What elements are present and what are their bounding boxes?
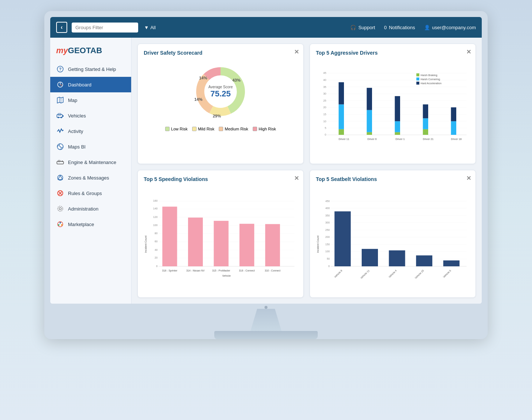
all-dropdown[interactable]: ▼ All	[144, 25, 156, 30]
vehicles-icon	[56, 112, 64, 120]
top-bar: ‹ ▼ All 🎧 Support 0 Notifications 👤 user…	[50, 17, 482, 38]
svg-rect-10	[62, 115, 64, 117]
svg-text:60: 60	[155, 240, 158, 243]
sidebar-label-activity: Activity	[68, 129, 83, 134]
speeding-close-button[interactable]: ✕	[294, 175, 299, 182]
svg-text:35: 35	[323, 85, 326, 89]
aggressive-drivers-card: Top 5 Aggressive Drivers ✕ 0 5 10 15	[310, 44, 476, 164]
groups-filter-input[interactable]	[72, 23, 138, 33]
sidebar-item-engine[interactable]: Engine & Maintenance	[50, 154, 131, 170]
svg-rect-63	[395, 121, 400, 132]
user-icon: 👤	[424, 25, 430, 30]
svg-text:150: 150	[325, 243, 330, 246]
support-label: Support	[358, 25, 375, 30]
svg-rect-60	[367, 88, 372, 110]
speeding-chart: Incident Count 0 20 40 60 80 100 120	[144, 187, 297, 291]
sidebar-label-rules: Rules & Groups	[68, 191, 102, 196]
back-button[interactable]: ‹	[56, 22, 67, 33]
driver18-bars: Driver 18	[451, 107, 461, 141]
sidebar-item-activity[interactable]: Activity	[50, 123, 131, 139]
sidebar-item-marketplace[interactable]: Marketplace	[50, 216, 131, 232]
svg-text:400: 400	[325, 206, 330, 210]
svg-point-25	[58, 224, 59, 226]
svg-text:15: 15	[323, 113, 326, 116]
sidebar-item-vehicles[interactable]: Vehicles	[50, 108, 131, 123]
sidebar-item-getting-started[interactable]: ? Getting Started & Help	[50, 61, 131, 77]
svg-text:20: 20	[155, 256, 158, 259]
svg-text:140: 140	[153, 207, 158, 210]
sidebar-label-getting-started: Getting Started & Help	[68, 66, 116, 72]
scorecard-title: Driver Safety Scorecard	[144, 50, 297, 56]
high-risk-dot	[253, 127, 257, 131]
svg-text:Vehicle: Vehicle	[222, 274, 231, 277]
monitor-stand	[50, 304, 482, 339]
aggressive-close-button[interactable]: ✕	[466, 48, 471, 55]
sidebar-label-vehicles: Vehicles	[68, 113, 86, 119]
top-bar-actions: 🎧 Support 0 Notifications 👤 user@company…	[350, 25, 476, 30]
svg-point-24	[61, 224, 62, 226]
mild-risk-dot	[192, 127, 197, 131]
seatbelt-title: Top 5 Seatbelt Violations	[316, 176, 470, 182]
svg-text:50: 50	[327, 257, 330, 260]
svg-text:40: 40	[155, 248, 158, 252]
scorecard-close-button[interactable]: ✕	[294, 48, 299, 55]
svg-text:Harsh Cornering: Harsh Cornering	[420, 78, 440, 81]
svg-text:Vehicle 6: Vehicle 6	[443, 269, 452, 279]
svg-rect-66	[423, 129, 428, 135]
svg-rect-70	[451, 121, 456, 135]
svg-text:Driver 21: Driver 21	[423, 137, 433, 141]
svg-text:450: 450	[325, 199, 330, 203]
sidebar-label-marketplace: Marketplace	[68, 222, 94, 227]
sidebar-item-mapsbi[interactable]: Maps BI	[50, 139, 131, 154]
svg-text:80: 80	[155, 232, 158, 235]
svg-rect-73	[416, 74, 419, 76]
sidebar-item-rules[interactable]: Rules & Groups	[50, 185, 131, 201]
admin-icon	[56, 205, 64, 213]
svg-rect-62	[395, 132, 400, 135]
monitor-screen: ‹ ▼ All 🎧 Support 0 Notifications 👤 user…	[50, 17, 482, 304]
low-risk-dot	[165, 127, 170, 131]
legend-high-risk: High Risk	[253, 127, 276, 131]
svg-text:Driver 11: Driver 11	[338, 137, 349, 141]
svg-text:?: ?	[59, 67, 62, 71]
svg-point-21	[58, 206, 63, 211]
medium-risk-dot	[219, 127, 223, 131]
sidebar-item-zones[interactable]: Zones & Messages	[50, 170, 131, 185]
svg-point-20	[59, 208, 61, 210]
svg-rect-64	[395, 96, 400, 121]
svg-marker-16	[58, 175, 62, 180]
notifications-count: 0	[384, 25, 387, 30]
speeding-card: Top 5 Speeding Violations ✕ Incident Cou…	[137, 170, 304, 298]
svg-rect-54	[339, 129, 344, 135]
monitor-outer: ‹ ▼ All 🎧 Support 0 Notifications 👤 user…	[44, 11, 488, 339]
svg-text:Incident Count: Incident Count	[144, 236, 147, 253]
seatbelt-close-button[interactable]: ✕	[466, 175, 471, 182]
sidebar-item-dashboard[interactable]: Dashboard	[50, 77, 131, 92]
svg-rect-71	[451, 107, 456, 122]
notifications-label: Notifications	[389, 25, 415, 30]
sidebar-item-admin[interactable]: Administration	[50, 201, 131, 216]
svg-rect-59	[367, 110, 372, 132]
notifications-action[interactable]: 0 Notifications	[384, 25, 415, 30]
svg-text:314 - Nissan NV: 314 - Nissan NV	[186, 269, 205, 272]
user-action[interactable]: 👤 user@company.com	[424, 25, 476, 30]
driver1-bars: Driver 1	[395, 96, 405, 141]
legend-low-risk: Low Risk	[165, 127, 188, 131]
svg-rect-55	[339, 105, 344, 129]
svg-marker-3	[57, 97, 63, 103]
svg-text:30: 30	[323, 92, 326, 95]
support-action[interactable]: 🎧 Support	[350, 25, 375, 30]
logo-my: my	[56, 46, 68, 55]
svg-text:25: 25	[323, 99, 326, 102]
svg-text:14%: 14%	[199, 76, 207, 80]
svg-text:Hard Acceleration: Hard Acceleration	[420, 82, 441, 85]
bar-v11	[362, 249, 378, 266]
svg-rect-58	[367, 132, 372, 135]
bar-v6	[443, 260, 460, 266]
sidebar-item-map[interactable]: Map	[50, 92, 131, 108]
map-icon	[56, 96, 64, 104]
high-risk-label: High Risk	[259, 127, 276, 131]
legend-medium-risk: Medium Risk	[219, 127, 248, 131]
main-layout: myGEOTAB ? Getting Started & Help Dashbo…	[50, 38, 482, 304]
svg-text:43%: 43%	[232, 78, 241, 82]
